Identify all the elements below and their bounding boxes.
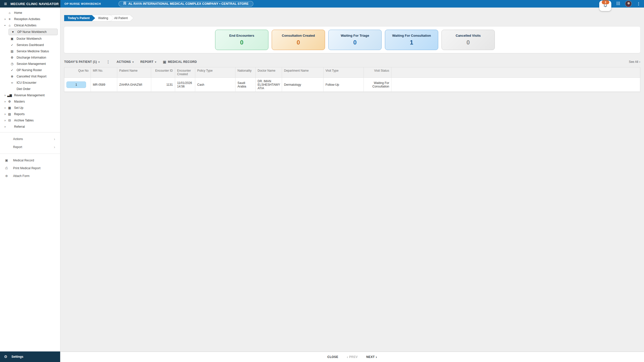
summary-card-consultation-created[interactable]: Consultation Created0 — [272, 30, 325, 50]
sidebar-item-set-up[interactable]: ›▦Set Up — [0, 105, 60, 111]
sidebar-item-icu-encounter[interactable]: ‹›ICU Encounter — [0, 79, 60, 86]
column-header-nationality[interactable]: Nationality — [235, 67, 256, 78]
sidebar-tool-medical-record[interactable]: ▣Medical Record — [0, 156, 60, 164]
sidebar-nav: ⌂Home›≡Reception Activities›⌂Clinical Ac… — [0, 8, 60, 130]
table-row[interactable]: 1MR-0589ZAHRA GHAZWI113111/01/2026 14:56… — [64, 78, 640, 92]
patient-tabs: Today's Patient Waiting All Patient — [64, 15, 644, 21]
sidebar-item-label: Discharge Information — [17, 56, 46, 59]
close-button[interactable]: CLOSE — [327, 355, 338, 359]
footer-bar: CLOSE ‹ PREV NEXT › — [60, 352, 644, 362]
cell-policy-type: Cash — [195, 78, 235, 92]
medical-record-button[interactable]: ▣ MEDICAL RECORD — [163, 60, 197, 64]
column-header-doctor-name[interactable]: Doctor Name — [256, 67, 282, 78]
sidebar-item-op-nurse-workbench[interactable]: ♥OP Nurse Workbench — [9, 29, 58, 35]
gear-icon: ⚙ — [4, 354, 7, 359]
report-dropdown-label: REPORT — [140, 60, 153, 64]
sidebar-item-revenue-management[interactable]: ›▃▆Revenue Management — [0, 92, 60, 98]
app-header: ≡ MECURE CLINIC NAVIGATOR — [0, 0, 60, 8]
location-selector[interactable]: AL RAYA INTERNATIONAL MEDICAL COMPLEX CO… — [118, 1, 253, 7]
toolbar-kebab-icon[interactable]: ⋮ — [106, 60, 110, 64]
sidebar-item-label: Service Medicine Status — [17, 50, 49, 53]
actions-dropdown[interactable]: ACTIONS ▾ — [116, 60, 134, 64]
chevron-down-icon[interactable]: › — [3, 23, 7, 27]
column-header-que-no[interactable]: Que No — [64, 67, 91, 78]
building-icon — [123, 2, 126, 6]
chevron-right-icon[interactable]: › — [3, 17, 7, 21]
sidebar-divider — [0, 132, 60, 132]
report-dropdown[interactable]: REPORT ▾ — [140, 60, 156, 64]
summary-card-waiting-for-consultation[interactable]: Waiting For Consultation1 — [385, 30, 438, 50]
sidebar-tool-attach-form[interactable]: ⊕Attach Form — [0, 172, 60, 180]
kebab-menu-icon[interactable]: ⋮ — [637, 2, 640, 6]
sidebar-tool-print-medical-report[interactable]: ⎙Print Medical Report — [0, 164, 60, 172]
document-icon: ▤ — [7, 112, 12, 116]
hamburger-menu-icon[interactable]: ≡ — [4, 1, 7, 6]
sidebar-item-reports[interactable]: ›▤Reports — [0, 111, 60, 117]
summary-card-end-encounters[interactable]: End Encounters0 — [215, 30, 268, 50]
list-selector-dropdown[interactable]: TODAY'S PATIENT (1) ▾ — [64, 60, 100, 64]
sidebar-item-clinical-activities[interactable]: ›⌂Clinical Activities — [0, 22, 60, 28]
sidebar-item-referral[interactable]: ›Referral — [0, 123, 60, 130]
caret-down-icon: ▾ — [155, 61, 156, 63]
sidebar-report-menu[interactable]: Report › — [0, 143, 60, 151]
see-all-link[interactable]: See All › — [629, 60, 640, 64]
cell-encounter-id: 1131 — [151, 78, 175, 92]
column-header-mr-no[interactable]: MR No. — [91, 67, 117, 78]
chevron-right-icon[interactable]: › — [3, 119, 7, 122]
sidebar-item-discharge-information[interactable]: ⚙Discharge Information — [0, 54, 60, 61]
sidebar-item-label: Services Dashboard — [17, 43, 44, 47]
sidebar-actions-menu[interactable]: Actions › — [0, 135, 60, 143]
chevron-right-icon[interactable]: › — [3, 125, 7, 128]
sidebar-item-masters[interactable]: ›⚙Masters — [0, 98, 60, 105]
sidebar-item-session-management[interactable]: ◷Session Management — [0, 61, 60, 67]
column-header-visit-type[interactable]: Visit Type — [324, 67, 364, 78]
cell-visit-status: Waiting For Consultation — [364, 78, 391, 92]
table-header-row: Que NoMR No.Patient NameEncounter IDEnco… — [64, 67, 640, 78]
sidebar-item-label: OP Nursing Roster — [17, 68, 42, 72]
column-header-department-name[interactable]: Department Name — [282, 67, 324, 78]
sidebar-item-home[interactable]: ⌂Home — [0, 10, 60, 16]
sidebar-item-service-medicine-status[interactable]: ▤Service Medicine Status — [0, 48, 60, 54]
sidebar-item-op-nursing-roster[interactable]: ✓OP Nursing Roster — [0, 67, 60, 73]
notifications-button[interactable]: 3 — [599, 1, 611, 11]
sidebar-item-label: Doctor Workbench — [17, 37, 42, 40]
sidebar-item-archive-tables[interactable]: ›⊟Archive Tables — [0, 117, 60, 123]
nurse-heart-icon: ♥ — [10, 30, 15, 34]
chevron-right-icon[interactable]: › — [3, 112, 7, 116]
card-value: 0 — [240, 39, 243, 46]
check-icon: ✓ — [10, 68, 15, 72]
column-header-visit-status[interactable]: Visit Status — [364, 67, 391, 78]
sidebar-item-doctor-workbench[interactable]: ▣Doctor Workbench — [0, 35, 60, 42]
clinic-building-icon: ⌂ — [7, 24, 12, 27]
chevron-right-icon[interactable]: › — [3, 106, 7, 110]
settings-button[interactable]: ⚙ Settings — [0, 351, 60, 362]
actions-dropdown-label: ACTIONS — [116, 60, 131, 64]
sidebar-item-diet-order[interactable]: Diet Order — [0, 86, 60, 92]
column-header-policy-type[interactable]: Policy Type — [195, 67, 235, 78]
chevron-right-icon[interactable]: › — [3, 100, 7, 103]
summary-cards-panel: End Encounters0Consultation Created0Wait… — [64, 27, 640, 53]
summary-card-cancelled-visits[interactable]: Cancelled Visits0 — [441, 30, 495, 50]
column-header-encounter-id[interactable]: Encounter ID — [151, 67, 175, 78]
prev-label: PREV — [349, 355, 358, 359]
column-header-encounter-created[interactable]: Encounter Created — [175, 67, 195, 78]
sidebar-item-label: Archive Tables — [14, 119, 34, 122]
summary-card-waiting-for-triage[interactable]: Waiting For Triage0 — [328, 30, 382, 50]
sidebar-item-cancelled-visit-report[interactable]: ⊗Cancelled Visit Report — [0, 73, 60, 79]
clipboard-icon: ▣ — [163, 60, 167, 64]
top-right-icons: 3 ⋮ — [599, 0, 640, 8]
cell-encounter-created: 11/01/2026 14:56 — [175, 78, 195, 92]
sidebar-item-reception-activities[interactable]: ›≡Reception Activities — [0, 16, 60, 22]
user-avatar[interactable] — [625, 1, 632, 7]
cell-que-no: 1 — [64, 78, 91, 92]
prev-button[interactable]: ‹ PREV — [347, 355, 358, 359]
que-no-badge[interactable]: 1 — [66, 81, 86, 88]
next-button[interactable]: NEXT › — [366, 355, 377, 359]
sidebar-item-services-dashboard[interactable]: ✓Services Dashboard — [0, 42, 60, 48]
column-header-patient-name[interactable]: Patient Name — [117, 67, 151, 78]
chevron-right-icon[interactable]: › — [3, 94, 7, 97]
tab-waiting[interactable]: Waiting — [93, 15, 114, 21]
apps-grid-icon[interactable] — [616, 2, 620, 6]
tab-todays-patient[interactable]: Today's Patient — [64, 15, 95, 21]
cell-mr-no: MR-0589 — [91, 78, 117, 92]
